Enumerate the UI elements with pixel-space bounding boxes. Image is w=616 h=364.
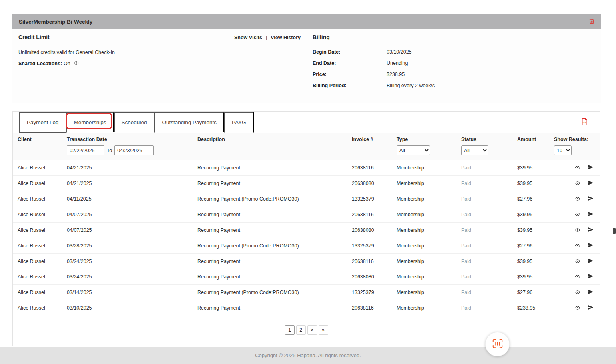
send-receipt-button[interactable] (588, 258, 594, 265)
payment-row: Alice Russel 03/14/2025 Recurring Paymen… (13, 285, 600, 300)
type-filter-select[interactable]: All (397, 145, 430, 155)
billing-heading: Billing (313, 34, 330, 40)
cell-client: Alice Russel (13, 223, 64, 238)
cell-client: Alice Russel (13, 285, 64, 300)
delete-membership-button[interactable] (589, 18, 595, 26)
tab-payg[interactable]: PAYG (224, 112, 254, 133)
cell-description: Recurring Payment (195, 160, 349, 176)
view-payment-button[interactable] (574, 305, 581, 312)
show-results-select[interactable]: 10 (554, 145, 572, 155)
view-payment-button[interactable] (574, 227, 581, 234)
show-visits-link[interactable]: Show Visits (234, 35, 262, 40)
payment-status-link[interactable]: Paid (459, 223, 514, 238)
payment-status-link[interactable]: Paid (459, 285, 514, 300)
paper-plane-icon (588, 164, 594, 171)
cell-amount: $39.95 (514, 160, 551, 176)
view-payment-button[interactable] (574, 243, 581, 249)
date-from-input[interactable] (67, 145, 104, 155)
payment-row: Alice Russel 04/07/2025 Recurring Paymen… (13, 223, 600, 238)
pdf-export-button[interactable]: PDF (581, 118, 588, 127)
pagination-last-button[interactable]: » (319, 325, 328, 335)
paper-plane-icon (588, 273, 594, 280)
send-receipt-button[interactable] (588, 304, 594, 312)
payment-table-body: Alice Russel 04/21/2025 Recurring Paymen… (13, 160, 600, 316)
tab-payment-log[interactable]: Payment Log (19, 112, 66, 133)
tab-memberships[interactable]: Memberships (66, 112, 114, 133)
tab-outstanding-payments[interactable]: Outstanding Payments (154, 112, 224, 133)
cell-client: Alice Russel (13, 254, 64, 269)
column-header-status: Status (461, 137, 512, 143)
cell-amount: $27.96 (514, 191, 551, 207)
send-receipt-button[interactable] (588, 211, 594, 218)
svg-text:PDF: PDF (583, 122, 586, 124)
payments-panel: Payment LogMembershipsScheduledOutstandi… (12, 111, 600, 346)
view-payment-button[interactable] (574, 181, 581, 187)
cell-amount: $238.95 (514, 300, 551, 316)
paper-plane-icon (588, 304, 594, 312)
eye-icon (574, 196, 581, 203)
payment-row: Alice Russel 04/21/2025 Recurring Paymen… (13, 160, 600, 176)
cell-transaction-date: 03/14/2025 (64, 285, 195, 300)
cell-description: Recurring Payment (Promo Code:PROMO30) (195, 191, 349, 207)
cell-type: Membership (394, 300, 459, 316)
billing-section: Billing Begin Date:03/10/2025End Date:Un… (313, 34, 595, 94)
status-filter-select[interactable]: All (461, 145, 488, 155)
payment-status-link[interactable]: Paid (459, 269, 514, 285)
send-receipt-button[interactable] (588, 289, 594, 296)
pagination-page-2-button[interactable]: 2 (296, 325, 306, 335)
tab-scheduled[interactable]: Scheduled (114, 112, 155, 133)
send-receipt-button[interactable] (588, 273, 594, 280)
shared-locations-eye-icon[interactable] (73, 60, 79, 67)
pagination-next-button[interactable]: > (307, 325, 317, 335)
payment-status-link[interactable]: Paid (459, 238, 514, 254)
payment-status-link[interactable]: Paid (459, 160, 514, 176)
view-payment-button[interactable] (574, 165, 581, 171)
credit-limit-heading: Credit Limit (18, 34, 50, 40)
payment-status-link[interactable]: Paid (459, 176, 514, 191)
paper-plane-icon (588, 195, 594, 203)
cell-invoice-number: 20638116 (349, 207, 394, 223)
paper-plane-icon (588, 180, 594, 187)
payment-row: Alice Russel 03/10/2025 Recurring Paymen… (13, 300, 600, 316)
send-receipt-button[interactable] (588, 180, 594, 187)
payment-status-link[interactable]: Paid (459, 254, 514, 269)
cell-amount: $39.95 (514, 223, 551, 238)
billing-value: $238.95 (387, 72, 405, 78)
view-payment-button[interactable] (574, 274, 581, 280)
billing-row: Price:$238.95 (313, 72, 595, 78)
tabs: Payment LogMembershipsScheduledOutstandi… (13, 112, 600, 133)
payment-row: Alice Russel 04/07/2025 Recurring Paymen… (13, 207, 600, 223)
paper-plane-icon (588, 242, 594, 249)
cell-description: Recurring Payment (Promo Code:PROMO30) (195, 238, 349, 254)
cell-type: Membership (394, 160, 459, 176)
payment-status-link[interactable]: Paid (459, 300, 514, 316)
view-payment-button[interactable] (574, 259, 581, 265)
scrollbar-thumb[interactable] (613, 228, 616, 234)
shared-locations-value: On (64, 61, 70, 66)
cell-client: Alice Russel (13, 176, 64, 191)
date-to-input[interactable] (114, 145, 154, 155)
view-payment-button[interactable] (574, 290, 581, 296)
cell-invoice-number: 13325379 (349, 285, 394, 300)
cell-invoice-number: 13325379 (349, 191, 394, 207)
payment-status-link[interactable]: Paid (459, 191, 514, 207)
eye-icon (574, 259, 581, 265)
billing-label: Begin Date: (313, 49, 387, 55)
view-history-link[interactable]: View History (271, 35, 301, 40)
payment-row: Alice Russel 04/11/2025 Recurring Paymen… (13, 191, 600, 207)
cell-amount: $39.95 (514, 269, 551, 285)
view-payment-button[interactable] (574, 212, 581, 218)
cell-invoice-number: 13325379 (349, 238, 394, 254)
barcode-scan-button[interactable] (485, 332, 510, 356)
send-receipt-button[interactable] (588, 195, 594, 203)
paper-plane-icon (588, 258, 594, 265)
payment-status-link[interactable]: Paid (459, 207, 514, 223)
send-receipt-button[interactable] (588, 164, 594, 171)
table-header-row: Client Transaction Date To Description I… (13, 133, 600, 160)
cell-client: Alice Russel (13, 160, 64, 176)
send-receipt-button[interactable] (588, 227, 594, 234)
pagination-page-1-button[interactable]: 1 (285, 325, 295, 335)
billing-row: End Date:Unending (313, 60, 595, 66)
view-payment-button[interactable] (574, 196, 581, 203)
send-receipt-button[interactable] (588, 242, 594, 249)
